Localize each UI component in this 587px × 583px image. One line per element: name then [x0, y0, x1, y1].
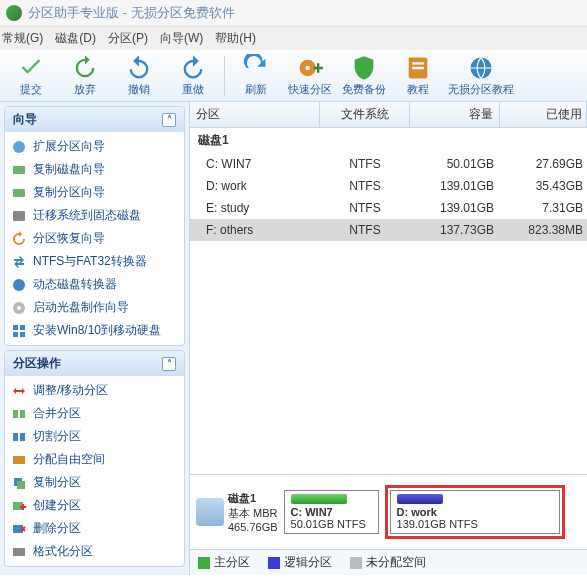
ops-panel: 分区操作 ˄ 调整/移动分区 合并分区 切割分区 分配自由空间 复制分区 创建分…: [4, 350, 185, 567]
sidebar-item-ntfs-fat32[interactable]: NTFS与FAT32转换器: [7, 250, 182, 273]
table-row[interactable]: D: work NTFS 139.01GB 35.43GB: [190, 175, 587, 197]
sidebar-item-format[interactable]: 格式化分区: [7, 540, 182, 563]
quick-partition-button[interactable]: 快速分区: [283, 52, 337, 99]
disk-map: 磁盘1 基本 MBR 465.76GB C: WIN7 50.01GB NTFS…: [190, 474, 587, 549]
sidebar-item-boot-disc[interactable]: 启动光盘制作向导: [7, 296, 182, 319]
check-icon: [17, 54, 45, 82]
sidebar-item-migrate-ssd[interactable]: 迁移系统到固态磁盘: [7, 204, 182, 227]
lossless-tutorial-button[interactable]: 无损分区教程: [445, 52, 517, 99]
sidebar-item-split[interactable]: 切割分区: [7, 425, 182, 448]
disk-type: 基本 MBR: [228, 506, 278, 521]
disk-size: 465.76GB: [228, 521, 278, 533]
undo-icon: [125, 54, 153, 82]
disk-plus-icon: [296, 54, 324, 82]
reload-icon: [242, 54, 270, 82]
menu-wizard[interactable]: 向导(W): [160, 30, 203, 47]
sidebar-item-copy[interactable]: 复制分区: [7, 471, 182, 494]
content-area: 分区 文件系统 容量 已使用 磁盘1 C: WIN7 NTFS 50.01GB …: [190, 102, 587, 575]
svg-point-1: [305, 66, 310, 71]
ops-panel-header[interactable]: 分区操作 ˄: [5, 351, 184, 376]
disk-group-header[interactable]: 磁盘1: [190, 128, 587, 153]
disk-icon: [11, 162, 27, 178]
wizard-panel-header[interactable]: 向导 ˄: [5, 107, 184, 132]
col-partition[interactable]: 分区: [190, 102, 320, 127]
refresh-arrows-icon: [71, 54, 99, 82]
grid-body: 磁盘1 C: WIN7 NTFS 50.01GB 27.69GB D: work…: [190, 128, 587, 474]
format-icon: [11, 544, 27, 560]
allocate-icon: [11, 452, 27, 468]
sidebar-item-delete[interactable]: 删除分区: [7, 517, 182, 540]
wizard-panel: 向导 ˄ 扩展分区向导 复制磁盘向导 复制分区向导 迁移系统到固态磁盘 分区恢复…: [4, 106, 185, 346]
svg-rect-23: [13, 548, 25, 556]
svg-rect-20: [17, 481, 25, 489]
disk-info[interactable]: 磁盘1 基本 MBR 465.76GB: [196, 491, 278, 533]
svg-rect-13: [20, 332, 25, 337]
title-bar: 分区助手专业版 - 无损分区免费软件: [0, 0, 587, 27]
refresh-button[interactable]: 刷新: [229, 52, 283, 99]
collapse-icon[interactable]: ˄: [162, 357, 176, 371]
split-icon: [11, 429, 27, 445]
sidebar-item-create[interactable]: 创建分区: [7, 494, 182, 517]
col-used[interactable]: 已使用: [500, 102, 587, 127]
globe-icon: [467, 54, 495, 82]
partition-box-c[interactable]: C: WIN7 50.01GB NTFS: [284, 490, 379, 534]
sidebar-item-extend[interactable]: 扩展分区向导: [7, 135, 182, 158]
wizard-panel-title: 向导: [13, 111, 37, 128]
legend: 主分区 逻辑分区 未分配空间: [190, 549, 587, 575]
svg-rect-11: [20, 325, 25, 330]
sidebar-item-dynamic-disk[interactable]: 动态磁盘转换器: [7, 273, 182, 296]
toolbar: 提交 放弃 撤销 重做 刷新 快速分区 免费备份 教程 无损分区教程: [0, 50, 587, 102]
svg-rect-4: [13, 166, 25, 174]
dynamic-icon: [11, 277, 27, 293]
col-capacity[interactable]: 容量: [410, 102, 500, 127]
sidebar-item-resize[interactable]: 调整/移动分区: [7, 379, 182, 402]
convert-icon: [11, 254, 27, 270]
partition-box-d[interactable]: D: work 139.01GB NTFS: [390, 490, 560, 534]
sidebar-item-copy-disk[interactable]: 复制磁盘向导: [7, 158, 182, 181]
collapse-icon[interactable]: ˄: [162, 113, 176, 127]
undo-button[interactable]: 撤销: [112, 52, 166, 99]
hard-disk-icon: [196, 498, 224, 526]
ssd-icon: [11, 208, 27, 224]
highlighted-partition: D: work 139.01GB NTFS: [385, 485, 565, 539]
redo-button[interactable]: 重做: [166, 52, 220, 99]
sidebar-item-allocate[interactable]: 分配自由空间: [7, 448, 182, 471]
menu-disk[interactable]: 磁盘(D): [55, 30, 96, 47]
svg-rect-14: [13, 410, 18, 418]
sidebar: 向导 ˄ 扩展分区向导 复制磁盘向导 复制分区向导 迁移系统到固态磁盘 分区恢复…: [0, 102, 190, 575]
book-icon: [404, 54, 432, 82]
table-row[interactable]: C: WIN7 NTFS 50.01GB 27.69GB: [190, 153, 587, 175]
submit-button[interactable]: 提交: [4, 52, 58, 99]
sidebar-item-copy-part[interactable]: 复制分区向导: [7, 181, 182, 204]
sidebar-item-win8-10[interactable]: 安装Win8/10到移动硬盘: [7, 319, 182, 342]
redo-icon: [179, 54, 207, 82]
discard-button[interactable]: 放弃: [58, 52, 112, 99]
sidebar-item-merge[interactable]: 合并分区: [7, 402, 182, 425]
menu-help[interactable]: 帮助(H): [215, 30, 256, 47]
menu-general[interactable]: 常规(G): [2, 30, 43, 47]
legend-logical: 逻辑分区: [268, 554, 332, 571]
svg-rect-22: [13, 525, 23, 533]
shield-icon: [350, 54, 378, 82]
legend-free: 未分配空间: [350, 554, 426, 571]
sidebar-item-recover[interactable]: 分区恢复向导: [7, 227, 182, 250]
menu-partition[interactable]: 分区(P): [108, 30, 148, 47]
grid-header: 分区 文件系统 容量 已使用: [190, 102, 587, 128]
wizard-icon: [11, 139, 27, 155]
recover-icon: [11, 231, 27, 247]
tutorial-button[interactable]: 教程: [391, 52, 445, 99]
merge-icon: [11, 406, 27, 422]
svg-rect-12: [13, 332, 18, 337]
create-icon: [11, 498, 27, 514]
svg-point-9: [17, 306, 21, 310]
table-row-selected[interactable]: F: others NTFS 137.73GB 823.38MB: [190, 219, 587, 241]
table-row[interactable]: E: study NTFS 139.01GB 7.31GB: [190, 197, 587, 219]
svg-point-3: [13, 141, 25, 153]
svg-rect-15: [20, 410, 25, 418]
disk-name: 磁盘1: [228, 491, 278, 506]
svg-rect-18: [13, 456, 25, 464]
copy-icon: [11, 475, 27, 491]
svg-rect-6: [13, 211, 25, 221]
free-backup-button[interactable]: 免费备份: [337, 52, 391, 99]
col-filesystem[interactable]: 文件系统: [320, 102, 410, 127]
